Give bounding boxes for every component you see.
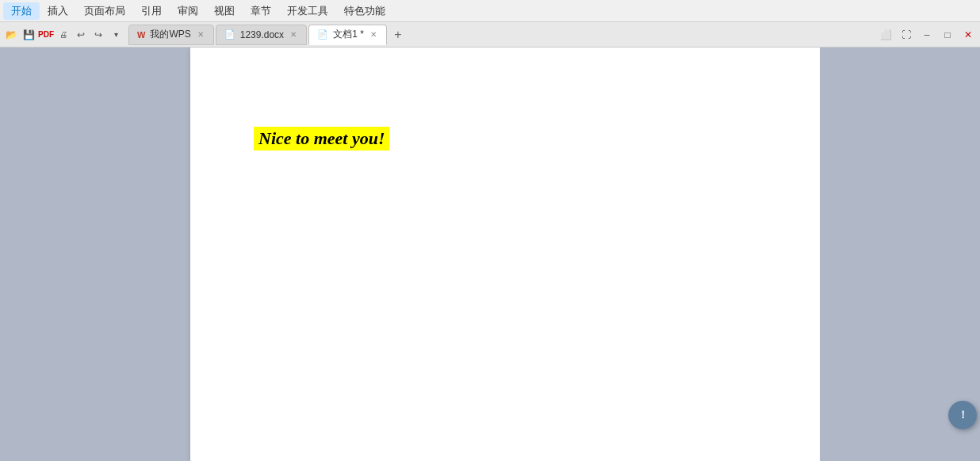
tab-1239-label: 1239.docx [240,29,284,40]
tab-add-button[interactable]: + [389,25,408,44]
float-action-button[interactable]: ！ [948,401,977,429]
tab-wps-close[interactable]: ✕ [196,29,205,40]
save-icon[interactable]: 💾 [21,27,36,43]
minimize-icon[interactable]: – [918,26,936,44]
close-window-icon[interactable]: ✕ [959,26,977,44]
menu-item-special[interactable]: 特色功能 [336,2,393,20]
dropdown-icon[interactable]: ▾ [108,27,124,43]
menu-item-references[interactable]: 引用 [133,2,170,20]
menu-bar: 开始 插入 页面布局 引用 审阅 视图 章节 开发工具 特色功能 [0,0,980,22]
tab-1239-close[interactable]: ✕ [289,29,298,40]
menu-item-review[interactable]: 审阅 [170,2,206,20]
tab-settings-icon[interactable]: ⛶ [898,26,915,44]
doc-1239-icon: 📄 [224,29,235,40]
tab-doc-new-close[interactable]: ✕ [369,29,378,40]
redo-icon[interactable]: ↪ [90,27,106,43]
main-area: Nice to meet you! ！ [0,48,980,461]
restore-icon[interactable]: □ [939,26,956,44]
folder-icon[interactable]: 📂 [3,27,19,43]
tab-bar: 📂 💾 PDF 🖨 ↩ ↪ ▾ W 我的WPS ✕ 📄 1239.docx ✕ … [0,22,980,48]
undo-icon[interactable]: ↩ [73,27,89,43]
highlighted-text: Nice to meet you! [254,127,389,150]
toolbar-icons: 📂 💾 PDF 🖨 ↩ ↪ ▾ [3,27,124,43]
pdf-icon[interactable]: PDF [38,27,54,43]
menu-item-layout[interactable]: 页面布局 [76,2,133,20]
menu-item-start[interactable]: 开始 [3,2,40,20]
menu-item-devtools[interactable]: 开发工具 [279,2,336,20]
menu-item-chapters[interactable]: 章节 [243,2,279,20]
tab-1239[interactable]: 📄 1239.docx ✕ [216,25,307,45]
menu-item-view[interactable]: 视图 [206,2,243,20]
tab-doc-new[interactable]: 📄 文档1 * ✕ [308,25,387,45]
tab-bar-right: ⬜ ⛶ – □ ✕ [877,26,977,44]
tab-list-icon[interactable]: ⬜ [877,26,894,44]
document-page[interactable]: Nice to meet you! [190,48,820,461]
document-content: Nice to meet you! [254,127,389,150]
tab-wps-home[interactable]: W 我的WPS ✕ [128,25,214,45]
float-button-label: ！ [958,408,968,422]
left-gutter [0,48,190,461]
tab-wps-label: 我的WPS [150,28,190,41]
doc-new-icon: 📄 [317,29,328,40]
print-preview-icon[interactable]: 🖨 [56,27,71,43]
right-gutter: ！ [820,48,980,461]
wps-icon: W [137,30,145,40]
tab-doc-new-label: 文档1 * [333,28,364,41]
menu-item-insert[interactable]: 插入 [40,2,76,20]
